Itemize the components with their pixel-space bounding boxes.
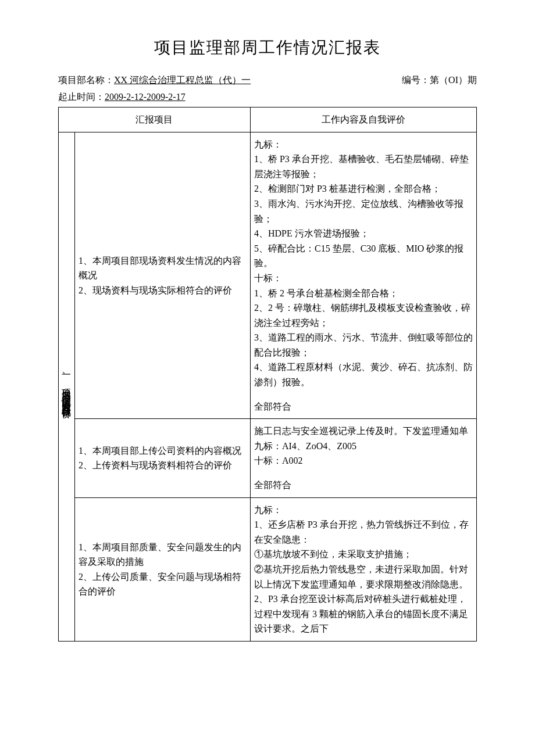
header-right: 工作内容及自我评价 (250, 107, 476, 132)
table-row: 一、项目部四个符合情况的自查内容及自我评价 1、本周项目部现场资料发生情况的内容… (59, 132, 477, 395)
dept-label: 项目部名称： (58, 75, 114, 85)
meta-row-2: 起止时间：2009-2-12-2009-2-17 (58, 89, 477, 105)
row2-left: 1、本周项目部上传公司资料的内容概况2、上传资料与现场资料相符合的评价 (75, 419, 251, 497)
issue-label: 编号：第（OI）期 (402, 73, 477, 88)
table-row: 1、本周项目部上传公司资料的内容概况2、上传资料与现场资料相符合的评价 施工日志… (59, 419, 477, 473)
header-left: 汇报项目 (59, 107, 251, 132)
row2-right-eval: 全部符合 (250, 473, 476, 497)
row3-right-main: 九标：1、还乡店桥 P3 承台开挖，热力管线拆迁不到位，存在安全隐患：①基坑放坡… (250, 497, 476, 641)
row1-left: 1、本周项目部现场资料发生情况的内容概况2、现场资料与现场实际相符合的评价 (75, 132, 251, 419)
row3-left: 1、本周项目部质量、安全问题发生的内容及采取的措施2、上传公司质量、安全问题与现… (75, 497, 251, 641)
period-label: 起止时间： (58, 92, 105, 102)
period-value: 2009-2-12-2009-2-17 (105, 92, 186, 102)
report-table: 汇报项目 工作内容及自我评价 一、项目部四个符合情况的自查内容及自我评价 1、本… (58, 107, 477, 642)
table-header-row: 汇报项目 工作内容及自我评价 (59, 107, 477, 132)
dept-value: XX 河综合治理工程总监（代）一 (114, 75, 251, 85)
row1-right-main: 九标：1、桥 P3 承台开挖、基槽验收、毛石垫层铺砌、碎垫层浇注等报验；2、检测… (250, 132, 476, 395)
meta-row-1: 项目部名称：XX 河综合治理工程总监（代）一 编号：第（OI）期 (58, 73, 477, 88)
section-label: 一、项目部四个符合情况的自查内容及自我评价 (59, 132, 75, 641)
row1-right-eval: 全部符合 (250, 395, 476, 419)
row2-right-main: 施工日志与安全巡视记录上传及时。下发监理通知单九标：AI4、ZoO4、Z005十… (250, 419, 476, 473)
table-row: 1、本周项目部质量、安全问题发生的内容及采取的措施2、上传公司质量、安全问题与现… (59, 497, 477, 641)
page-title: 项目监理部周工作情况汇报表 (58, 35, 477, 61)
